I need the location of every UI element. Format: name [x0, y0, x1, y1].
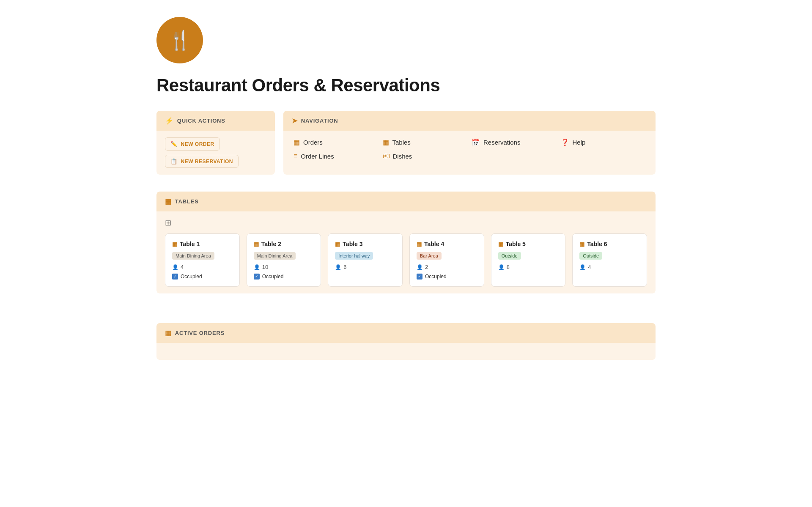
quick-actions-label: QUICK ACTIONS: [177, 118, 225, 124]
quick-actions-header-icon: ⚡: [165, 117, 174, 125]
table-card-grid-icon: ▦: [417, 241, 422, 247]
nav-item-tables[interactable]: ▦ Tables: [383, 138, 468, 146]
table-card-table-5[interactable]: ▦ Table 5 Outside 👤 8: [491, 233, 566, 287]
table-name: Table 4: [424, 241, 444, 247]
order-lines-label: Order Lines: [301, 153, 334, 160]
active-orders-section: ▦ ACTIVE ORDERS: [156, 323, 656, 360]
table-card-grid-icon: ▦: [579, 241, 584, 247]
orders-icon: ▦: [294, 138, 300, 146]
location-badge: Main Dining Area: [254, 252, 296, 260]
quick-actions-body: ✏️ NEW ORDER 📋 NEW RESERVATION: [156, 131, 275, 175]
tables-icon: ▦: [383, 138, 389, 146]
page-title: Restaurant Orders & Reservations: [156, 75, 656, 96]
table-name: Table 3: [343, 241, 362, 247]
tables-section: ▦ TABLES ⊞ ▦ Table 1 Main Dining Area 👤 …: [156, 192, 656, 293]
seats-icon: 👤: [254, 264, 260, 270]
table-card-table-2[interactable]: ▦ Table 2 Main Dining Area 👤 10 ✓ Occupi…: [247, 233, 321, 287]
orders-label: Orders: [303, 139, 323, 146]
seats-icon: 👤: [335, 264, 341, 270]
tables-header: ▦ TABLES: [156, 192, 656, 211]
occupied-label: Occupied: [262, 274, 284, 280]
location-badge: Outside: [579, 252, 602, 260]
navigation-header-icon: ➤: [292, 117, 298, 125]
occupied-checkbox[interactable]: ✓: [254, 274, 260, 280]
tables-header-label: TABLES: [175, 198, 199, 205]
seats-count: 10: [262, 264, 268, 270]
table-seats: 👤 4: [579, 264, 640, 270]
tables-label: Tables: [392, 139, 411, 146]
occupied-label: Occupied: [181, 274, 202, 280]
seats-icon: 👤: [498, 264, 505, 270]
nav-item-order-lines[interactable]: ≡ Order Lines: [294, 152, 379, 160]
nav-item-dishes[interactable]: 🍽 Dishes: [383, 152, 468, 160]
occupied-label: Occupied: [425, 274, 447, 280]
active-orders-label: ACTIVE ORDERS: [175, 330, 225, 336]
seats-icon: 👤: [579, 264, 586, 270]
occupied-checkbox[interactable]: ✓: [172, 274, 178, 280]
table-name: Table 6: [587, 241, 607, 247]
seats-icon: 👤: [417, 264, 423, 270]
table-card-table-6[interactable]: ▦ Table 6 Outside 👤 4: [572, 233, 647, 287]
nav-item-help[interactable]: ❓ Help: [561, 138, 646, 146]
nav-item-orders[interactable]: ▦ Orders: [294, 138, 379, 146]
table-card-table-3[interactable]: ▦ Table 3 Interior hallway 👤 6: [328, 233, 403, 287]
reservations-icon: 📅: [472, 138, 480, 146]
table-name: Table 1: [180, 241, 200, 247]
new-order-icon: ✏️: [170, 141, 178, 147]
table-seats: 👤 2: [417, 264, 477, 270]
table-card-grid-icon: ▦: [498, 241, 503, 247]
occupied-row: ✓ Occupied: [172, 274, 233, 280]
seats-count: 4: [588, 264, 591, 270]
dishes-label: Dishes: [393, 153, 412, 160]
seats-icon: 👤: [172, 264, 178, 270]
tables-header-icon: ▦: [165, 197, 172, 206]
table-card-title: ▦ Table 1: [172, 241, 233, 247]
new-reservation-label: NEW RESERVATION: [181, 159, 233, 164]
table-card-title: ▦ Table 2: [254, 241, 314, 247]
active-orders-header-icon: ▦: [165, 329, 172, 337]
seats-count: 2: [425, 264, 428, 270]
location-badge: Outside: [498, 252, 521, 260]
occupied-checkbox[interactable]: ✓: [417, 274, 422, 280]
table-card-grid-icon: ▦: [172, 241, 177, 247]
tables-grid-container: ⊞ ▦ Table 1 Main Dining Area 👤 4 ✓ Occup…: [156, 211, 656, 293]
navigation-panel: ➤ NAVIGATION ▦ Orders ▦ Tables 📅 Reserva…: [283, 111, 656, 175]
occupied-row: ✓ Occupied: [254, 274, 314, 280]
navigation-body: ▦ Orders ▦ Tables 📅 Reservations ❓ Help …: [283, 131, 656, 167]
nav-item-reservations[interactable]: 📅 Reservations: [472, 138, 557, 146]
table-name: Table 2: [261, 241, 281, 247]
new-order-label: NEW ORDER: [181, 141, 214, 147]
table-seats: 👤 4: [172, 264, 233, 270]
dishes-icon: 🍽: [383, 152, 390, 160]
new-order-button[interactable]: ✏️ NEW ORDER: [165, 137, 220, 151]
table-card-table-1[interactable]: ▦ Table 1 Main Dining Area 👤 4 ✓ Occupie…: [165, 233, 240, 287]
table-card-grid-icon: ▦: [335, 241, 340, 247]
table-card-title: ▦ Table 6: [579, 241, 640, 247]
grid-view-icon[interactable]: ⊞: [165, 218, 647, 227]
quick-actions-header: ⚡ QUICK ACTIONS: [156, 111, 275, 131]
table-card-title: ▦ Table 5: [498, 241, 559, 247]
logo-icon: 🍴: [168, 29, 192, 51]
seats-count: 6: [343, 264, 346, 270]
location-badge: Main Dining Area: [172, 252, 214, 260]
active-orders-header: ▦ ACTIVE ORDERS: [156, 323, 656, 343]
quick-actions-panel: ⚡ QUICK ACTIONS ✏️ NEW ORDER 📋 NEW RESER…: [156, 111, 275, 175]
occupied-row: ✓ Occupied: [417, 274, 477, 280]
help-icon: ❓: [561, 138, 569, 146]
table-card-title: ▦ Table 4: [417, 241, 477, 247]
location-badge: Bar Area: [417, 252, 442, 260]
table-card-grid-icon: ▦: [254, 241, 259, 247]
new-reservation-button[interactable]: 📋 NEW RESERVATION: [165, 155, 239, 168]
new-reservation-icon: 📋: [170, 158, 178, 164]
seats-count: 8: [507, 264, 510, 270]
location-badge: Interior hallway: [335, 252, 373, 260]
navigation-header: ➤ NAVIGATION: [283, 111, 656, 131]
table-seats: 👤 10: [254, 264, 314, 270]
table-card-table-4[interactable]: ▦ Table 4 Bar Area 👤 2 ✓ Occupied: [409, 233, 484, 287]
seats-count: 4: [181, 264, 184, 270]
app-logo: 🍴: [156, 17, 203, 63]
order-lines-icon: ≡: [294, 152, 297, 160]
help-label: Help: [573, 139, 586, 146]
active-orders-body: [156, 343, 656, 360]
table-seats: 👤 8: [498, 264, 559, 270]
